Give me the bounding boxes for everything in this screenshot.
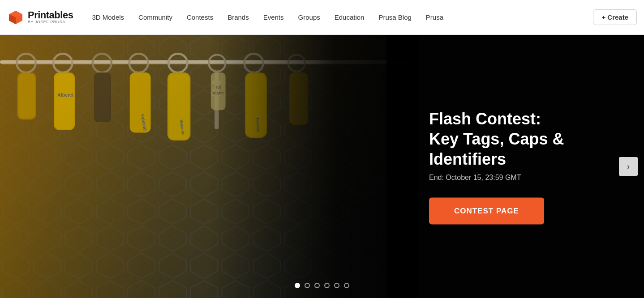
hero-dot-4[interactable] [324,283,330,288]
hero-dot-5[interactable] [334,283,339,288]
nav-item-contests[interactable]: Contests [180,10,219,25]
hero-next-arrow[interactable]: › [619,157,638,176]
hero-dot-3[interactable] [314,283,320,288]
hero-dots [295,283,349,288]
svg-rect-27 [168,73,189,139]
nav-item-education[interactable]: Education [328,10,371,25]
nav-item-prusa[interactable]: Prusa [420,10,450,25]
hero-dot-1[interactable] [295,283,300,288]
create-button[interactable]: + Create [593,9,637,25]
svg-rect-23 [130,72,151,132]
logo-icon [7,9,24,26]
svg-text:Alberei: Alberei [57,92,73,98]
nav-item-prusa-blog[interactable]: Prusa Blog [372,10,417,25]
hero-dot-2[interactable] [305,283,310,288]
logo-brand-name: Printables [28,10,73,20]
nav-item-3d-models[interactable]: 3D Models [86,10,130,25]
logo[interactable]: Printables by JOSEF PRUSA [7,9,73,26]
logo-subtitle: by JOSEF PRUSA [28,20,73,24]
svg-rect-21 [95,73,110,121]
nav-item-community[interactable]: Community [132,10,179,25]
main-nav: 3D Models Community Contests Brands Even… [86,10,593,25]
header: Printables by JOSEF PRUSA 3D Models Comm… [0,0,644,35]
contest-end-date: End: October 15, 23:59 GMT [429,174,617,182]
hero-section: Alberei Fahrrad Was [0,35,644,298]
contest-headline: Flash Contest: Key Tags, Caps & Identifi… [429,109,617,169]
hero-background: Alberei Fahrrad Was [0,35,419,298]
nav-item-events[interactable]: Events [257,10,290,25]
svg-rect-12 [18,73,35,118]
nav-item-groups[interactable]: Groups [292,10,326,25]
contest-page-button[interactable]: CONTEST PAGE [429,198,544,225]
hero-content: Flash Contest: Key Tags, Caps & Identifi… [429,109,617,225]
hero-dot-6[interactable] [344,283,349,288]
nav-item-brands[interactable]: Brands [221,10,255,25]
svg-rect-15 [55,73,74,129]
logo-text: Printables by JOSEF PRUSA [28,10,73,24]
